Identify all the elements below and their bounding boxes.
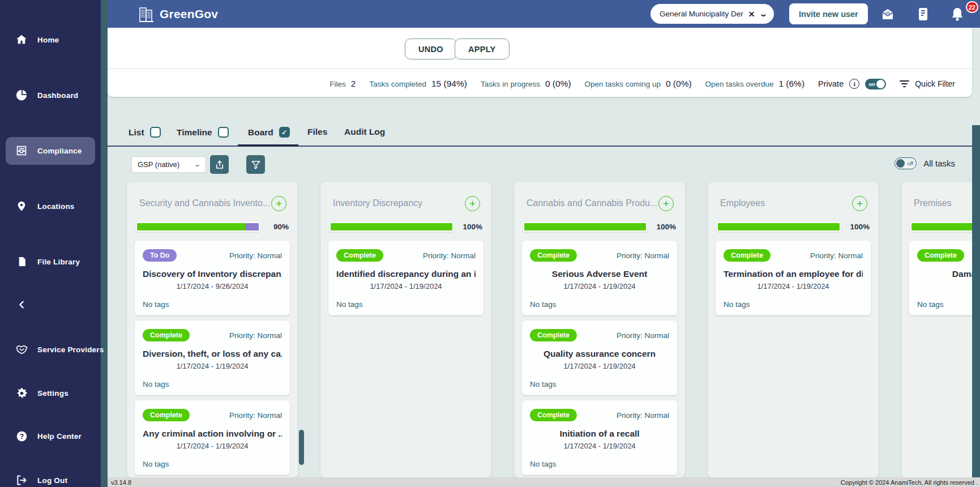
progress-complete-fill [137, 223, 245, 230]
tab-label: Audit Log [344, 127, 385, 137]
task-title: Discovery of Inventory discrepan... [143, 269, 282, 279]
private-label: Private [818, 79, 844, 88]
undo-button[interactable]: UNDO [405, 39, 457, 59]
task-tags: No tags [143, 300, 282, 309]
status-badge: Complete [336, 249, 383, 262]
export-format-select[interactable]: GSP (native) ⌄ [131, 156, 206, 173]
stat-label: Tasks in progress [481, 80, 540, 88]
stat-label: Open tasks coming up [585, 80, 661, 88]
toggle-state-label: off [908, 160, 913, 166]
chevron-down-icon: ⌄ [193, 161, 201, 168]
task-tags: No tags [917, 300, 972, 309]
export-share-button[interactable] [210, 155, 229, 174]
app-logo: GreenGov [139, 6, 218, 23]
task-title: Identified discrepancy during an i... [336, 269, 476, 279]
column-title: Employees [720, 198, 765, 208]
tab-label: Timeline [177, 127, 212, 138]
quick-filter-button[interactable]: Quick Filter [900, 79, 955, 88]
priority-label: Priority: Normal [617, 331, 669, 340]
task-card[interactable]: Complete Priority: Normal Damage to a li… [909, 241, 972, 315]
progress-label: 100% [459, 223, 482, 231]
tab-board[interactable]: Board ✓ [248, 127, 290, 138]
priority-label: Priority: Normal [229, 411, 282, 420]
sidebar-item-compliance[interactable]: Compliance [0, 139, 101, 162]
filter-button[interactable] [246, 155, 265, 174]
task-dates: 1/17/2024 - 1/19/2024 [530, 362, 669, 370]
add-task-button[interactable]: + [852, 196, 867, 211]
sidebar-item-label: Service Providers [37, 345, 104, 354]
tab-timeline[interactable]: Timeline [177, 127, 229, 138]
task-tags: No tags [724, 300, 863, 309]
sidebar-item-locations[interactable]: Locations [0, 195, 101, 217]
status-badge: Complete [917, 249, 964, 262]
stat-value: 15 (94%) [431, 79, 467, 89]
task-dates: 1/17/2024 - 1/19/2024 [724, 282, 863, 291]
sidebar-collapse-button[interactable] [0, 293, 101, 316]
apply-button[interactable]: APPLY [455, 39, 510, 59]
task-dates: 1/17/2024 - 1/19/2024 [143, 362, 282, 370]
task-title: Termination of an employee for di... [724, 269, 863, 279]
sidebar-item-log-out[interactable]: Log Out [0, 469, 101, 487]
list-checkbox[interactable] [150, 127, 161, 138]
add-task-button[interactable]: + [465, 196, 480, 211]
task-tags: No tags [530, 460, 669, 468]
stat-label: Files [329, 80, 346, 88]
sidebar-item-label: Settings [37, 389, 69, 398]
task-card[interactable]: Complete Priority: Normal Serious Advers… [522, 241, 677, 315]
map-pin-icon [15, 199, 28, 213]
right-scrollbar[interactable] [972, 125, 980, 477]
board-column-security: Security and Cannabis Invento... + 90% T… [127, 182, 298, 477]
stat-tasks-completed: Tasks completed 15 (94%) [369, 79, 467, 89]
sidebar-item-dashboard[interactable]: Dashboard [0, 84, 101, 106]
export-format-value: GSP (native) [138, 160, 179, 169]
priority-label: Priority: Normal [229, 331, 282, 340]
column-scrollbar-thumb[interactable] [299, 430, 304, 465]
app-name: GreenGov [160, 7, 218, 21]
private-toggle[interactable]: on [865, 79, 886, 89]
stat-value: 0 (0%) [545, 79, 571, 89]
column-progress: 100% [522, 222, 677, 232]
task-tags: No tags [143, 460, 282, 468]
info-icon[interactable]: i [849, 79, 859, 89]
tab-audit-log[interactable]: Audit Log [344, 127, 385, 137]
progress-complete-fill [524, 223, 646, 230]
organization-selector[interactable]: General Municipality Der ✕ ⌄ [651, 4, 774, 24]
all-tasks-toggle[interactable]: off [895, 157, 917, 169]
sidebar-item-home[interactable]: Home [0, 28, 101, 51]
document-list-icon[interactable] [915, 7, 930, 22]
status-badge: Complete [530, 249, 577, 262]
chevron-down-icon[interactable]: ⌄ [759, 10, 767, 18]
sidebar-item-settings[interactable]: Settings [0, 382, 101, 404]
progress-complete-fill [331, 223, 452, 230]
add-task-button[interactable]: + [658, 196, 674, 211]
stat-value: 1 (6%) [778, 79, 804, 89]
priority-label: Priority: Normal [810, 251, 863, 260]
progress-label: 100% [846, 223, 870, 231]
task-card[interactable]: Complete Priority: Normal Identified dis… [328, 241, 483, 315]
sidebar-item-service-providers[interactable]: Service Providers [0, 338, 101, 361]
add-task-button[interactable]: + [271, 196, 286, 211]
private-toggle-group: Private i on [818, 79, 886, 89]
dashboard-pie-icon [15, 88, 28, 102]
left-scrollbar[interactable] [101, 0, 108, 487]
task-card[interactable]: Complete Priority: Normal Termination of… [716, 241, 871, 315]
timeline-checkbox[interactable] [218, 127, 229, 138]
sidebar-item-help-center[interactable]: ? Help Center [0, 425, 101, 447]
tab-files[interactable]: Files [307, 127, 327, 137]
column-title: Premises [914, 198, 952, 208]
task-card[interactable]: To Do Priority: Normal Discovery of Inve… [135, 241, 290, 315]
notification-bell-icon[interactable] [950, 7, 965, 22]
task-card[interactable]: Complete Priority: Normal Diversion, the… [135, 321, 290, 395]
task-card[interactable]: Complete Priority: Normal Any criminal a… [135, 400, 290, 475]
sidebar-item-file-library[interactable]: File Library [0, 250, 101, 273]
mail-icon[interactable] [880, 7, 895, 22]
board-checkbox[interactable]: ✓ [279, 127, 290, 138]
progress-label: 90% [265, 223, 289, 231]
clear-selection-icon[interactable]: ✕ [748, 10, 755, 19]
task-dates: 1/17/2024 - 1/19/2024 [143, 442, 282, 450]
priority-label: Priority: Normal [423, 251, 476, 260]
task-card[interactable]: Complete Priority: Normal Initiation of … [522, 400, 677, 475]
task-card[interactable]: Complete Priority: Normal Quality assura… [522, 321, 677, 395]
tab-list[interactable]: List [129, 127, 161, 138]
invite-new-user-button[interactable]: Invite new user [789, 3, 868, 24]
